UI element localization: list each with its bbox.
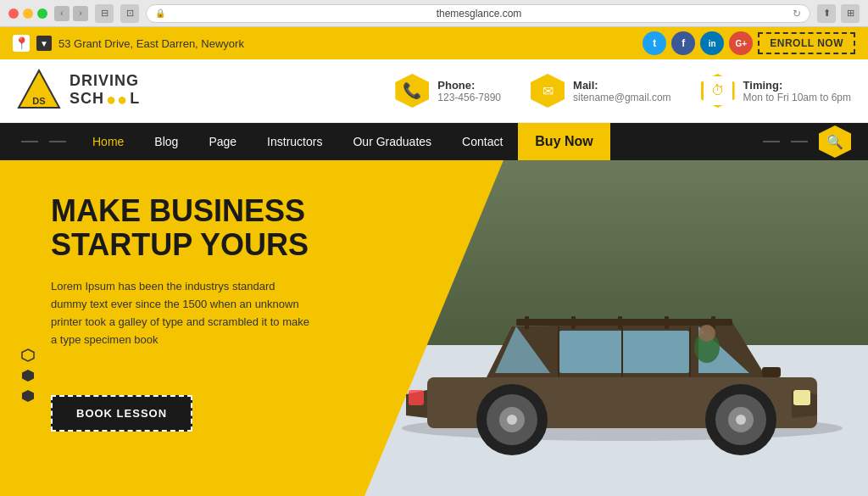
timing-label: Timing: xyxy=(743,79,851,92)
minimize-button[interactable] xyxy=(23,8,33,19)
header-info: 📞 Phone: 123-456-7890 ✉ Mail: sitename@g… xyxy=(395,74,851,108)
hero-car-container xyxy=(376,242,868,479)
linkedin-icon[interactable]: in xyxy=(700,31,724,55)
nav-page[interactable]: Page xyxy=(193,123,252,160)
hero-section: MAKE BUSINESS STARTUP YOURS Lorem Ipsum … xyxy=(0,160,868,496)
refresh-icon[interactable]: ↻ xyxy=(793,8,801,20)
hero-content: MAKE BUSINESS STARTUP YOURS Lorem Ipsum … xyxy=(51,194,314,432)
browser-chrome: ‹ › ⊟ ⊡ 🔒 themesglance.com ↻ ⬆ ⊞ xyxy=(0,0,868,27)
timing-text: Timing: Mon to Fri 10am to 6pm xyxy=(743,79,851,103)
timing-value: Mon to Fri 10am to 6pm xyxy=(743,92,851,103)
traffic-lights xyxy=(8,8,47,19)
back-button[interactable]: ‹ xyxy=(54,6,70,21)
logo-driving: DRIVING xyxy=(70,73,140,90)
hero-car-svg xyxy=(376,242,868,462)
logo-school: SCH●●L xyxy=(70,90,140,109)
svg-rect-8 xyxy=(516,319,732,326)
svg-point-17 xyxy=(736,415,746,425)
twitter-icon[interactable]: t xyxy=(643,31,666,55)
browser-actions: ⬆ ⊞ xyxy=(817,4,860,23)
nav-our-graduates[interactable]: Our Graduates xyxy=(337,123,447,160)
lock-icon: 🔒 xyxy=(155,8,165,18)
svg-rect-9 xyxy=(525,316,529,329)
svg-marker-28 xyxy=(22,370,34,382)
nav-line-1 xyxy=(21,141,38,142)
logo-text: DRIVING SCH●●L xyxy=(70,73,140,109)
search-icon: 🔍 xyxy=(826,134,843,150)
mail-icon: ✉ xyxy=(531,74,565,108)
svg-text:DS: DS xyxy=(32,96,45,106)
nav-items: Home Blog Page Instructors Our Graduates… xyxy=(77,123,759,160)
bullet-outline-icon xyxy=(21,348,35,362)
phone-icon: 📞 xyxy=(395,74,429,108)
mail-value: sitename@gmail.com xyxy=(573,92,671,103)
site-header: DS DRIVING SCH●●L 📞 Phone: 123-456-7890 … xyxy=(0,59,868,123)
logo[interactable]: DS DRIVING SCH●●L xyxy=(17,69,140,113)
nav-line-4 xyxy=(791,141,808,142)
phone-value: 123-456-7890 xyxy=(437,92,501,103)
nav-line-3 xyxy=(763,141,780,142)
nav-contact[interactable]: Contact xyxy=(447,123,518,160)
svg-rect-10 xyxy=(571,316,576,329)
mail-info: ✉ Mail: sitename@gmail.com xyxy=(531,74,671,108)
nav-instructors[interactable]: Instructors xyxy=(252,123,337,160)
svg-marker-29 xyxy=(22,390,34,402)
search-button[interactable]: 🔍 xyxy=(819,125,851,158)
nav-blog[interactable]: Blog xyxy=(139,123,193,160)
svg-rect-12 xyxy=(665,316,669,329)
new-tab-button[interactable]: ⊡ xyxy=(120,4,139,23)
close-button[interactable] xyxy=(8,8,19,19)
tab-list-button[interactable]: ⊟ xyxy=(95,4,114,23)
dropdown-icon[interactable]: ▼ xyxy=(36,36,52,51)
svg-rect-4 xyxy=(559,331,690,373)
svg-rect-23 xyxy=(409,390,424,405)
address-text: 53 Grant Drive, East Darren, Newyork xyxy=(58,37,244,50)
phone-text: Phone: 123-456-7890 xyxy=(437,79,501,103)
maximize-button[interactable] xyxy=(37,8,47,19)
nav-line-2 xyxy=(49,141,66,142)
phone-label: Phone: xyxy=(437,79,501,92)
svg-rect-22 xyxy=(793,390,810,405)
browser-nav: ‹ › xyxy=(54,6,88,21)
nav-home[interactable]: Home xyxy=(77,123,139,160)
top-bar-left: 📍 ▼ 53 Grant Drive, East Darren, Newyork xyxy=(13,35,244,52)
main-nav: Home Blog Page Instructors Our Graduates… xyxy=(0,123,868,160)
forward-button[interactable]: › xyxy=(73,6,88,21)
address-bar[interactable]: 🔒 themesglance.com ↻ xyxy=(146,4,810,23)
logo-icon: DS xyxy=(17,69,61,113)
location-icon: 📍 xyxy=(13,35,30,52)
nav-buynow[interactable]: Buy Now xyxy=(518,123,609,160)
svg-point-21 xyxy=(507,415,517,425)
bullet-filled-icon-2 xyxy=(21,389,35,403)
url-text: themesglance.com xyxy=(170,8,787,20)
phone-info: 📞 Phone: 123-456-7890 xyxy=(395,74,501,108)
nav-left-decoration xyxy=(17,141,70,142)
svg-marker-27 xyxy=(22,349,34,361)
nav-right-decoration xyxy=(759,141,812,142)
book-lesson-button[interactable]: BOOK LESSON xyxy=(51,395,192,432)
hero-title: MAKE BUSINESS STARTUP YOURS xyxy=(51,194,314,261)
mail-label: Mail: xyxy=(573,79,671,92)
top-bar: 📍 ▼ 53 Grant Drive, East Darren, Newyork… xyxy=(0,27,868,59)
svg-rect-11 xyxy=(618,316,622,329)
mail-text: Mail: sitename@gmail.com xyxy=(573,79,671,103)
timing-info: ⏱ Timing: Mon to Fri 10am to 6pm xyxy=(701,74,851,108)
enroll-button[interactable]: ENROLL NOW xyxy=(758,32,855,54)
share-button[interactable]: ⬆ xyxy=(817,4,836,23)
gplus-icon[interactable]: G+ xyxy=(729,31,753,55)
bookmark-button[interactable]: ⊞ xyxy=(841,4,860,23)
bullet-filled-icon-1 xyxy=(21,369,35,382)
svg-rect-24 xyxy=(762,367,781,377)
hero-bullets xyxy=(21,348,35,403)
clock-icon: ⏱ xyxy=(701,74,735,108)
top-bar-right: t f in G+ ENROLL NOW xyxy=(643,31,855,55)
facebook-icon[interactable]: f xyxy=(671,31,695,55)
svg-point-26 xyxy=(698,325,715,342)
hero-description: Lorem Ipsum has been the industrys stand… xyxy=(51,278,314,348)
